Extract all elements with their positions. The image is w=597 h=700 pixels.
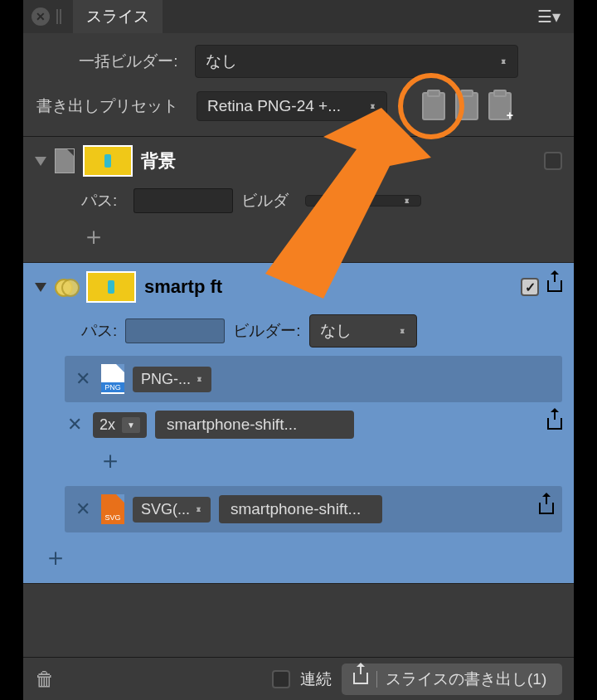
trash-icon[interactable]: 🗑: [35, 668, 55, 691]
path-input[interactable]: [133, 188, 233, 213]
grip-icon[interactable]: [56, 9, 63, 24]
add-export-button[interactable]: ＋: [43, 543, 68, 571]
slice-name: smartp ft: [144, 276, 222, 298]
slice-builder-value: なし: [320, 320, 352, 342]
slice-thumbnail: [83, 145, 133, 177]
export-format-item: ✕ SVG(... smartphone-shift...: [65, 486, 562, 532]
export-checkbox[interactable]: ✓: [521, 278, 539, 296]
slice-list: 背景 パス: ビルダ ＋: [23, 137, 574, 657]
dropdown-icon: ▼: [122, 417, 140, 433]
preset-label: 書き出しプリセット: [36, 95, 178, 117]
builder-label: 一括ビルダー:: [79, 51, 177, 72]
slice-item[interactable]: 背景 パス: ビルダ ＋: [23, 137, 574, 263]
preset-select[interactable]: Retina PNG-24 +...: [197, 91, 387, 121]
builder-select[interactable]: なし: [195, 45, 518, 78]
format-select[interactable]: PNG-...: [133, 367, 211, 392]
disclosure-icon[interactable]: [35, 283, 46, 292]
continuous-label: 連続: [300, 668, 332, 690]
slice-thumbnail: [86, 271, 136, 303]
preset-value: Retina PNG-24 +...: [207, 97, 341, 115]
clipboard-add-icon[interactable]: [488, 92, 512, 120]
path-input[interactable]: [125, 318, 225, 343]
tab-slices[interactable]: スライス: [73, 0, 163, 33]
layers-icon: [55, 277, 78, 297]
page-icon: [55, 148, 75, 173]
continuous-checkbox[interactable]: [272, 670, 290, 688]
share-icon[interactable]: [547, 278, 562, 296]
format-value: PNG-...: [141, 371, 191, 388]
png-file-icon: [101, 364, 124, 394]
filename-input[interactable]: smartphone-shift...: [219, 495, 382, 523]
slice-item-selected[interactable]: smartp ft ✓ パス: ビルダー: なし ✕: [23, 263, 574, 584]
format-value: SVG(...: [141, 501, 190, 518]
builder-value: なし: [206, 51, 237, 72]
remove-icon[interactable]: ✕: [73, 368, 93, 390]
export-button-label: スライスの書き出し(1): [386, 668, 546, 690]
builder-label: ビルダ: [241, 190, 289, 211]
clipboard-apply-icon[interactable]: [422, 92, 445, 120]
add-size-button[interactable]: ＋: [98, 446, 123, 474]
close-icon[interactable]: ✕: [32, 7, 50, 26]
panel-tabbar: ✕ スライス ☰▾: [23, 0, 574, 33]
path-label: パス:: [81, 190, 117, 211]
path-label: パス:: [81, 320, 117, 342]
panel-menu-icon[interactable]: ☰▾: [532, 3, 565, 30]
scale-value: 2x: [100, 416, 115, 434]
slice-builder-select[interactable]: なし: [309, 314, 417, 348]
tab-label: スライス: [86, 6, 149, 27]
export-slices-button[interactable]: スライスの書き出し(1): [342, 664, 562, 695]
disclosure-icon[interactable]: [35, 157, 46, 166]
clipboard-icon[interactable]: [455, 92, 478, 120]
top-controls: 一括ビルダー: なし 書き出しプリセット Retina PNG-24 +...: [23, 33, 574, 137]
add-export-button[interactable]: ＋: [81, 222, 106, 250]
share-icon[interactable]: [539, 500, 554, 518]
slice-builder-select[interactable]: [305, 195, 421, 207]
scale-select[interactable]: 2x ▼: [93, 412, 147, 438]
filename-input[interactable]: smartphone-shift...: [155, 411, 355, 439]
slice-name: 背景: [141, 149, 176, 173]
share-icon: [353, 670, 368, 688]
remove-icon[interactable]: ✕: [73, 498, 93, 520]
remove-icon[interactable]: ✕: [65, 414, 85, 435]
svg-file-icon: [101, 494, 124, 524]
export-format-item: ✕ PNG-...: [65, 356, 562, 402]
export-checkbox[interactable]: [544, 152, 562, 170]
builder-label: ビルダー:: [233, 320, 300, 342]
panel-footer: 🗑 連続 スライスの書き出し(1): [23, 657, 574, 700]
share-icon[interactable]: [547, 416, 562, 434]
format-select[interactable]: SVG(...: [133, 497, 211, 523]
divider: [376, 671, 377, 688]
